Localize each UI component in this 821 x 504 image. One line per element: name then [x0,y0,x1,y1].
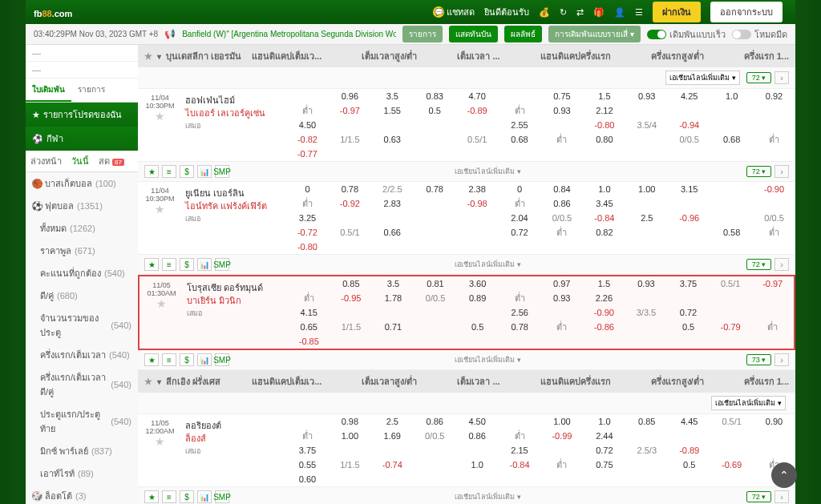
stats-action[interactable]: ≡ [162,258,176,271]
chart-action[interactable]: 📊 [197,258,212,271]
star-action[interactable]: ★ [144,490,159,503]
odds-value[interactable]: 2.12 [583,103,625,118]
subtab-early[interactable]: ล่วงหน้า [26,151,67,171]
favorite-star[interactable]: ★ [155,435,165,448]
odds-value[interactable]: ต่ำ [499,103,541,118]
sidebar-item[interactable]: ประตูแรก/ประตูท้าย (540) [26,403,138,440]
odds-value[interactable]: 4.50 [456,414,499,429]
odds-value[interactable]: -0.84 [583,211,625,225]
odds-value[interactable]: 3.5 [372,276,415,291]
match-market-count[interactable]: 72 ▾ [746,491,772,502]
odds-value[interactable]: 1/1.5 [330,320,373,334]
odds-value[interactable]: 0.82 [583,225,625,240]
odds-value[interactable]: 1.5 [583,276,625,291]
odds-value[interactable]: 4.25 [668,89,710,103]
odds-value[interactable]: -0.92 [329,196,371,211]
away-team[interactable]: ไบเออร์ เลเวอร์คูเซ่น [185,107,283,119]
subtab-today[interactable]: วันนี้ [67,151,94,171]
sidebar-item[interactable]: 🎲ล็อตโต้ (3) [26,485,138,504]
sidebar-item[interactable]: คะแนนที่ถูกต้อง (540) [26,262,138,284]
away-team[interactable]: ไอน์ทรัค แฟร้งค์เฟิร์ต [185,200,283,212]
odds-value[interactable]: 0.93 [625,276,668,291]
odds-value[interactable]: 2.44 [583,429,625,443]
favorite-star[interactable]: ★ [156,297,167,310]
odds-value[interactable]: 0.86 [414,414,456,429]
smp-action[interactable]: SMP [215,490,229,503]
refresh-icon[interactable]: ↻ [560,7,567,18]
odds-value[interactable]: 0.80 [583,132,625,147]
odds-value[interactable]: 0.93 [541,103,584,118]
deposit-button[interactable]: ฝากเงิน [653,2,701,22]
odds-value[interactable]: -0.69 [710,458,753,472]
odds-value[interactable]: -0.72 [286,225,329,240]
odds-value[interactable]: -0.77 [286,147,329,161]
star-icon[interactable]: ★ [144,51,152,62]
odds-value[interactable]: 0.86 [456,429,499,443]
chart-action[interactable]: 📊 [197,353,212,366]
odds-value[interactable]: 3/3.5 [625,305,668,320]
odds-value[interactable]: 0.97 [540,276,583,291]
odds-value[interactable]: 4.45 [668,414,710,429]
btn-list[interactable]: รายการ [402,26,443,42]
market-select[interactable]: เอเชียนไลน์เพิ่มเติม ▾ [665,71,740,85]
sidebar-item[interactable]: ⚽ฟุตบอล (1351) [26,195,138,217]
market-count[interactable]: 72 ▾ [746,72,772,83]
odds-value[interactable]: -0.97 [751,276,794,291]
chart-action[interactable]: 📊 [197,165,212,178]
home-team[interactable]: ลอริยองต์ [185,419,283,432]
odds-value[interactable]: 0.5 [414,103,456,118]
odds-value[interactable]: 3.25 [286,211,329,225]
odds-value[interactable]: 0.71 [372,320,415,334]
favorites-header[interactable]: ★ รายการโปรดของฉัน [26,103,138,127]
odds-value[interactable]: 3.60 [456,276,499,291]
more-markets[interactable]: เอเชียนไลน์เพิ่มเติม ▾ [455,259,521,270]
odds-value[interactable]: 1.78 [372,291,415,305]
odds-value[interactable]: ต่ำ [286,103,329,118]
sidebar-item[interactable]: 🏀บาสเก็ตบอล (100) [26,172,138,195]
odds-value[interactable]: -0.90 [753,182,795,196]
odds-value[interactable]: 2.04 [499,211,541,225]
odds-value[interactable]: 3.75 [667,276,710,291]
draw-label[interactable]: เสมอ [185,119,283,132]
odds-value[interactable]: 2.5/3 [625,443,668,458]
logout-button[interactable]: ออกจากระบบ [710,2,783,22]
cash-action[interactable]: $ [180,165,194,178]
more-markets[interactable]: เอเชียนไลน์เพิ่มเติม ▾ [455,354,521,365]
odds-value[interactable]: -0.80 [286,240,329,254]
odds-value[interactable]: -0.74 [371,458,414,472]
odds-value[interactable]: 0.5/1 [710,276,752,291]
chart-action[interactable]: 📊 [197,490,212,503]
odds-value[interactable]: -0.89 [456,103,499,118]
odds-value[interactable]: 2.26 [583,291,625,305]
odds-value[interactable]: ต่ำ [753,132,795,147]
odds-value[interactable]: ต่ำ [499,196,541,211]
sidebar-item[interactable]: ทั้งหมด (1262) [26,217,138,240]
live-chat[interactable]: 💬แชทสด [433,5,475,19]
odds-value[interactable]: -0.95 [330,291,373,305]
odds-value[interactable]: 2/2.5 [371,182,414,196]
favorite-star[interactable]: ★ [155,110,165,123]
balance-icon[interactable]: 💰 [539,7,550,18]
odds-value[interactable]: 0.75 [583,458,625,472]
odds-value[interactable]: 0.81 [415,276,457,291]
odds-value[interactable]: 3.5 [371,89,414,103]
odds-value[interactable]: 0.78 [414,182,456,196]
btn-live[interactable]: แสดทันบัน [449,26,498,42]
cash-action[interactable]: $ [180,353,194,366]
odds-value[interactable]: ต่ำ [286,429,329,443]
odds-value[interactable]: 0.92 [753,89,795,103]
odds-value[interactable]: -0.84 [499,458,541,472]
star-action[interactable]: ★ [144,353,159,366]
cash-action[interactable]: $ [180,258,194,271]
market-select[interactable]: เอเชียนไลน์เพิ่มเติม ▾ [711,396,786,410]
odds-value[interactable]: 0.5 [668,458,710,472]
odds-value[interactable]: 4.70 [456,89,499,103]
tab-list[interactable]: รายการ [71,79,111,102]
odds-value[interactable]: 0.78 [329,182,371,196]
sports-header[interactable]: ⚽ กีฬา [26,127,138,151]
sidebar-item[interactable]: ดี/คู่ (680) [26,284,138,307]
match-nav[interactable]: › [774,353,789,366]
odds-value[interactable]: 1.0 [583,182,625,196]
sidebar-item[interactable]: มิกซ์ พาร์เลย์ (837) [26,440,138,462]
odds-value[interactable]: 0.86 [541,196,584,211]
